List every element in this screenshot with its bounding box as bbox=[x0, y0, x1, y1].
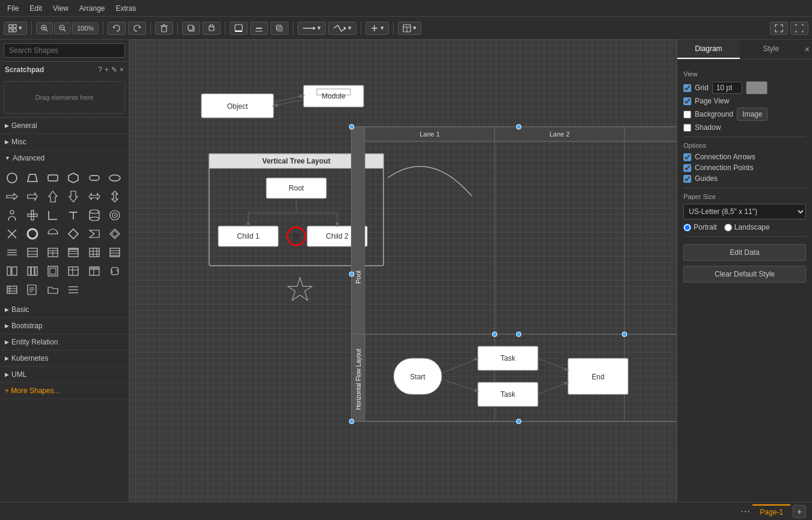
shape-shield[interactable] bbox=[65, 170, 82, 186]
shape-drum[interactable] bbox=[86, 207, 103, 224]
shape-list[interactable] bbox=[65, 244, 82, 261]
paper-size-select[interactable]: US-Letter (8,5" x 11") bbox=[683, 204, 806, 219]
shape-grid2[interactable] bbox=[86, 244, 103, 261]
menu-edit[interactable]: Edit bbox=[25, 2, 47, 14]
shape-col2[interactable] bbox=[24, 263, 41, 280]
shape-note[interactable] bbox=[24, 281, 41, 298]
zoom-in-button[interactable] bbox=[36, 22, 53, 34]
shape-lines2[interactable] bbox=[65, 281, 82, 298]
scratchpad-add-icon[interactable]: + bbox=[105, 66, 109, 74]
portrait-radio[interactable] bbox=[683, 224, 691, 231]
shape-proc[interactable] bbox=[44, 263, 61, 280]
panel-kubernetes[interactable]: ▶ Kubernetes bbox=[0, 350, 129, 367]
connection-arrows-checkbox[interactable] bbox=[683, 153, 691, 161]
shadow-button[interactable] bbox=[270, 22, 288, 35]
shape-mlines[interactable] bbox=[4, 244, 20, 261]
shape-col1[interactable] bbox=[4, 263, 20, 280]
scratchpad-edit-icon[interactable]: ✎ bbox=[111, 66, 117, 74]
scratchpad-drop-zone[interactable]: Drag elements here bbox=[4, 81, 125, 114]
scratchpad-help-icon[interactable]: ? bbox=[98, 66, 102, 74]
grid-color-swatch[interactable] bbox=[746, 81, 768, 94]
panel-entity-relation[interactable]: ▶ Entity Relation bbox=[0, 334, 129, 350]
shape-hlines[interactable] bbox=[106, 244, 123, 261]
background-checkbox[interactable] bbox=[683, 111, 691, 118]
more-shapes-button[interactable]: + More Shapes... bbox=[0, 383, 129, 399]
shape-link[interactable] bbox=[106, 263, 123, 280]
delete-button[interactable] bbox=[155, 22, 173, 35]
shape-down-arrow[interactable] bbox=[65, 188, 82, 205]
grid-checkbox[interactable] bbox=[683, 84, 691, 92]
format-button[interactable]: ▾ bbox=[4, 22, 27, 35]
add-page-button[interactable]: + bbox=[793, 505, 806, 518]
fullscreen-button[interactable] bbox=[790, 22, 808, 35]
shape-r-arrow[interactable] bbox=[24, 188, 41, 205]
shape-lr-arrow[interactable] bbox=[4, 188, 20, 205]
menu-file[interactable]: File bbox=[2, 2, 23, 14]
panel-basic[interactable]: ▶ Basic bbox=[0, 302, 129, 318]
fill-color-button[interactable] bbox=[230, 22, 248, 35]
menu-extras[interactable]: Extras bbox=[111, 2, 141, 14]
shape-person[interactable] bbox=[4, 207, 20, 224]
grid-value-input[interactable] bbox=[712, 82, 742, 94]
shape-target[interactable] bbox=[106, 207, 123, 224]
shape-x[interactable] bbox=[4, 225, 20, 242]
connection-points-checkbox[interactable] bbox=[683, 164, 691, 172]
shape-lr-arrow2[interactable] bbox=[86, 188, 103, 205]
shape-db[interactable] bbox=[4, 281, 20, 298]
panel-misc[interactable]: ▶ Misc bbox=[0, 134, 129, 150]
shape-up-arrow[interactable] bbox=[44, 188, 61, 205]
shadow-checkbox[interactable] bbox=[683, 124, 691, 132]
scratchpad-close-icon[interactable]: × bbox=[120, 66, 124, 74]
shape-folder[interactable] bbox=[44, 281, 61, 298]
zoom-level-button[interactable]: 100% bbox=[72, 22, 99, 34]
shape-rect[interactable] bbox=[44, 170, 61, 186]
tab-diagram[interactable]: Diagram bbox=[677, 40, 740, 59]
connection-style-button[interactable]: ▾ bbox=[298, 22, 326, 35]
menu-arrange[interactable]: Arrange bbox=[75, 2, 110, 14]
page-tab-1[interactable]: Page-1 bbox=[752, 504, 790, 519]
shape-corner-arrow[interactable] bbox=[44, 207, 61, 224]
expand-button[interactable] bbox=[770, 22, 788, 35]
menu-view[interactable]: View bbox=[48, 2, 73, 14]
page-menu-button[interactable]: ⋯ bbox=[740, 506, 750, 517]
insert-button[interactable]: ▾ bbox=[365, 22, 389, 35]
line-color-button[interactable] bbox=[250, 22, 268, 35]
clear-default-style-button[interactable]: Clear Default Style bbox=[683, 266, 806, 283]
panel-advanced[interactable]: ▼ Advanced bbox=[0, 150, 129, 166]
panel-bootstrap[interactable]: ▶ Bootstrap bbox=[0, 318, 129, 334]
panel-close-button[interactable]: × bbox=[802, 40, 812, 59]
shape-pinch[interactable] bbox=[106, 225, 123, 242]
panel-general[interactable]: ▶ General bbox=[0, 118, 129, 134]
shape-ud-arrow[interactable] bbox=[106, 188, 123, 205]
shape-oval[interactable] bbox=[106, 170, 123, 186]
shape-ring[interactable] bbox=[24, 225, 41, 242]
search-input[interactable] bbox=[4, 43, 125, 58]
copy-button[interactable] bbox=[182, 22, 200, 35]
tab-style[interactable]: Style bbox=[740, 40, 802, 59]
shape-table1[interactable] bbox=[24, 244, 41, 261]
shape-col3[interactable] bbox=[65, 263, 82, 280]
canvas-area[interactable]: Object Module Vertical Tree Layout Root … bbox=[129, 40, 677, 502]
edit-data-button[interactable]: Edit Data bbox=[683, 244, 806, 261]
waypoint-button[interactable]: ▾ bbox=[328, 22, 356, 35]
shape-bowtie[interactable] bbox=[86, 225, 103, 242]
paste-button[interactable] bbox=[203, 22, 221, 35]
shape-t[interactable] bbox=[65, 207, 82, 224]
shape-col4[interactable] bbox=[86, 263, 103, 280]
shape-table2[interactable] bbox=[44, 244, 61, 261]
zoom-out-button[interactable] bbox=[54, 22, 71, 34]
shape-half-circle[interactable] bbox=[44, 225, 61, 242]
image-button[interactable]: Image bbox=[737, 108, 768, 121]
guides-checkbox[interactable] bbox=[683, 175, 691, 183]
table-button[interactable]: ▾ bbox=[398, 22, 421, 35]
panel-uml[interactable]: ▶ UML bbox=[0, 367, 129, 383]
shape-trapezoid[interactable] bbox=[24, 170, 41, 186]
landscape-radio[interactable] bbox=[724, 224, 732, 231]
shape-stadium[interactable] bbox=[86, 170, 103, 186]
shape-diamond[interactable] bbox=[65, 225, 82, 242]
page-view-checkbox[interactable] bbox=[683, 97, 691, 105]
redo-button[interactable] bbox=[128, 22, 146, 35]
shape-cross[interactable] bbox=[24, 207, 41, 224]
undo-button[interactable] bbox=[108, 22, 126, 35]
shape-circle[interactable] bbox=[4, 170, 20, 186]
